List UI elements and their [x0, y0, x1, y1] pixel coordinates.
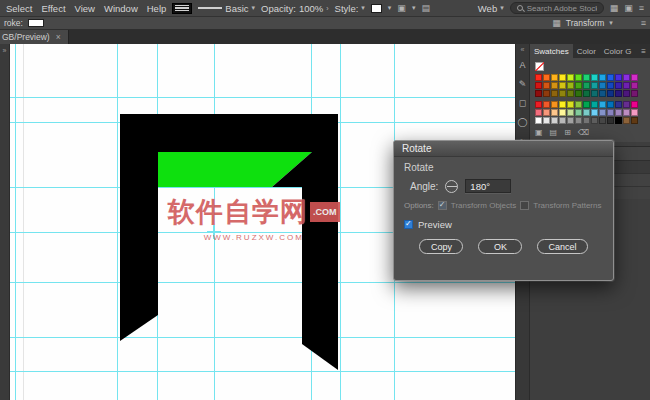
- swatch[interactable]: [559, 101, 566, 108]
- swatch[interactable]: [615, 74, 622, 81]
- swatch[interactable]: [607, 109, 614, 116]
- swatch[interactable]: [543, 82, 550, 89]
- panel-menu-icon[interactable]: ≡: [641, 18, 646, 28]
- swatch[interactable]: [543, 74, 550, 81]
- swatch[interactable]: [623, 117, 630, 124]
- swatch[interactable]: [599, 109, 606, 116]
- dialog-titlebar[interactable]: Rotate: [394, 141, 613, 157]
- menu-item-select[interactable]: Select: [6, 3, 32, 14]
- workspace-switcher[interactable]: Web ▾: [478, 3, 504, 14]
- swatch[interactable]: [543, 117, 550, 124]
- swatch[interactable]: [559, 117, 566, 124]
- swatch[interactable]: [591, 109, 598, 116]
- cancel-button[interactable]: Cancel: [537, 239, 587, 254]
- swatch[interactable]: [575, 74, 582, 81]
- swatch[interactable]: [575, 82, 582, 89]
- search-input[interactable]: Search Adobe Stock: [510, 2, 604, 14]
- transform-label[interactable]: Transform: [566, 18, 604, 28]
- grid-icon[interactable]: ▦: [610, 3, 619, 13]
- close-icon[interactable]: ×: [56, 32, 61, 42]
- swatch[interactable]: [607, 90, 614, 97]
- swatch[interactable]: [615, 109, 622, 116]
- swatch[interactable]: [591, 82, 598, 89]
- swatch[interactable]: [591, 101, 598, 108]
- swatch[interactable]: [631, 101, 638, 108]
- swatch[interactable]: [623, 82, 630, 89]
- swatch[interactable]: [567, 90, 574, 97]
- swatch[interactable]: [615, 117, 622, 124]
- delete-swatch-icon[interactable]: ⌫: [578, 128, 589, 137]
- ok-button[interactable]: OK: [478, 239, 522, 254]
- angle-dial-icon[interactable]: [445, 180, 458, 193]
- swatch[interactable]: [591, 117, 598, 124]
- swatch[interactable]: [623, 101, 630, 108]
- swatch[interactable]: [575, 109, 582, 116]
- swatch[interactable]: [631, 82, 638, 89]
- swatch[interactable]: [567, 101, 574, 108]
- transform-objects-checkbox[interactable]: [438, 201, 447, 210]
- swatch[interactable]: [535, 117, 542, 124]
- swatch[interactable]: [551, 90, 558, 97]
- tab-swatches[interactable]: Swatches: [530, 44, 573, 58]
- stroke-color-well[interactable]: [28, 19, 44, 27]
- swatch[interactable]: [567, 117, 574, 124]
- tab-color-guide[interactable]: Color G: [600, 44, 636, 58]
- opacity-control[interactable]: Opacity: 100% ›: [261, 3, 329, 14]
- swatch[interactable]: [599, 101, 606, 108]
- panels-icon[interactable]: ▣: [624, 3, 633, 13]
- swatch[interactable]: [551, 109, 558, 116]
- tool-icon-0[interactable]: A: [519, 60, 525, 70]
- swatch[interactable]: [591, 90, 598, 97]
- panel-menu-icon[interactable]: ≡: [637, 44, 650, 58]
- swatch[interactable]: [607, 101, 614, 108]
- swatch[interactable]: [631, 109, 638, 116]
- swatch[interactable]: [583, 101, 590, 108]
- swatch[interactable]: [599, 90, 606, 97]
- transform-patterns-checkbox[interactable]: [520, 201, 529, 210]
- swatch[interactable]: [615, 90, 622, 97]
- swatch[interactable]: [567, 109, 574, 116]
- swatch[interactable]: [623, 90, 630, 97]
- swatch[interactable]: [575, 117, 582, 124]
- swatch[interactable]: [559, 74, 566, 81]
- swatch[interactable]: [631, 90, 638, 97]
- swatch[interactable]: [631, 74, 638, 81]
- preview-checkbox[interactable]: [404, 220, 413, 229]
- document-tab[interactable]: GB/Preview) ×: [0, 30, 69, 44]
- opacity-value[interactable]: 100%: [299, 3, 323, 14]
- angle-input[interactable]: 180°: [465, 179, 511, 193]
- swatch[interactable]: [599, 82, 606, 89]
- swatch[interactable]: [623, 109, 630, 116]
- swatch[interactable]: [583, 109, 590, 116]
- swatch[interactable]: [599, 117, 606, 124]
- menu-item-view[interactable]: View: [75, 3, 95, 14]
- swatch[interactable]: [559, 90, 566, 97]
- swatch[interactable]: [575, 101, 582, 108]
- swatch-libraries-icon[interactable]: ▣: [535, 128, 543, 137]
- fill-swatch[interactable]: [371, 4, 382, 13]
- menu-item-effect[interactable]: Effect: [41, 3, 65, 14]
- swatch[interactable]: [535, 101, 542, 108]
- swatch[interactable]: [551, 117, 558, 124]
- swatch[interactable]: [535, 74, 542, 81]
- swatch[interactable]: [551, 74, 558, 81]
- tool-icon-1[interactable]: ✎: [519, 79, 527, 89]
- swatch[interactable]: [583, 74, 590, 81]
- swatch[interactable]: [583, 90, 590, 97]
- swatch[interactable]: [599, 74, 606, 81]
- left-dock-strip[interactable]: »: [0, 44, 10, 400]
- swatch[interactable]: [543, 101, 550, 108]
- table-left-leg[interactable]: [120, 152, 158, 341]
- table-top-bar[interactable]: [120, 114, 338, 152]
- stroke-preview-icon[interactable]: [172, 3, 192, 14]
- swatch-none[interactable]: [535, 62, 544, 71]
- swatch[interactable]: [559, 109, 566, 116]
- tool-icon-3[interactable]: ◯: [517, 117, 527, 127]
- swatch[interactable]: [615, 82, 622, 89]
- menu-icon[interactable]: ≡: [639, 3, 644, 13]
- style-select[interactable]: Style: ▾: [335, 3, 365, 14]
- collapse-panel-icon[interactable]: «: [521, 46, 525, 53]
- swatch[interactable]: [551, 82, 558, 89]
- arrange-icon[interactable]: ▤: [421, 3, 430, 13]
- brush-definition-select[interactable]: Basic ▾: [198, 3, 255, 14]
